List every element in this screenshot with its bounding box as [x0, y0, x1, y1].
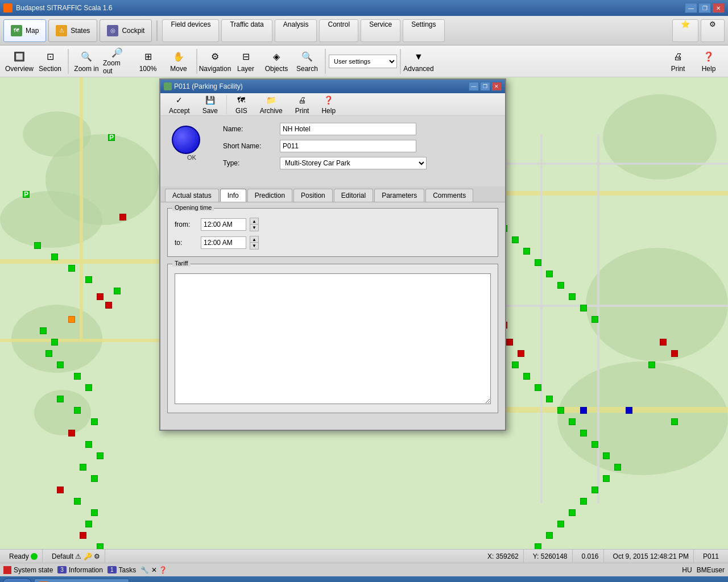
map-area[interactable]: P P	[0, 77, 728, 549]
marker-r21[interactable]	[592, 487, 598, 493]
marker-red-2[interactable]	[97, 293, 104, 300]
dialog-close-button[interactable]: ✕	[491, 82, 502, 91]
accept-button[interactable]: ✓ Accept	[165, 93, 194, 117]
tool-overview[interactable]: 🔲 Overview	[5, 48, 34, 75]
to-time-input[interactable]	[201, 236, 246, 249]
taskbar-app-button[interactable]: Budapest SITRAFFIC ...	[34, 579, 129, 582]
marker-1[interactable]: P	[108, 134, 115, 141]
tool-help[interactable]: ❓ Help	[694, 48, 723, 75]
marker-14[interactable]	[57, 396, 64, 402]
menu-settings[interactable]: Settings	[403, 19, 444, 42]
tool-zoom-in[interactable]: 🔍 Zoom in	[72, 48, 101, 75]
menu-field-devices[interactable]: Field devices	[162, 19, 219, 42]
to-spinner-up[interactable]: ▲	[250, 236, 258, 243]
marker-r26[interactable]	[535, 543, 541, 549]
tool-print[interactable]: 🖨 Print	[663, 48, 693, 75]
menu-cockpit[interactable]: ◎ Cockpit	[100, 19, 152, 42]
menu-help-star[interactable]: ⭐	[672, 19, 698, 42]
dialog-print-button[interactable]: 🖨 Print	[291, 93, 313, 117]
gis-button[interactable]: 🗺 GIS	[231, 93, 251, 117]
to-spinner-down[interactable]: ▼	[250, 243, 258, 249]
tab-position[interactable]: Position	[293, 189, 333, 202]
dialog-help-button[interactable]: ❓ Help	[317, 93, 340, 117]
marker-r18[interactable]	[603, 452, 610, 459]
marker-r25[interactable]	[546, 532, 553, 539]
save-button[interactable]: 💾 Save	[198, 93, 222, 117]
marker-r23[interactable]	[569, 509, 576, 516]
marker-13[interactable]	[85, 384, 92, 391]
marker-r9[interactable]	[592, 316, 598, 323]
marker-22[interactable]	[91, 509, 98, 516]
tool-move[interactable]: ✋ Move	[164, 48, 193, 75]
marker-15[interactable]	[74, 407, 81, 414]
marker-r8[interactable]	[580, 305, 587, 311]
marker-3[interactable]	[34, 242, 41, 249]
tab-info[interactable]: Info	[220, 189, 246, 202]
marker-r-red-4[interactable]	[660, 339, 667, 346]
marker-r7[interactable]	[569, 293, 576, 300]
tab-parameters[interactable]: Parameters	[374, 189, 424, 202]
restore-button[interactable]: ❐	[698, 3, 711, 13]
marker-r5[interactable]	[546, 271, 553, 277]
menu-service[interactable]: Service	[361, 19, 400, 42]
marker-6[interactable]	[85, 276, 92, 283]
marker-r19[interactable]	[614, 464, 621, 471]
menu-map[interactable]: 🗺 Map	[3, 19, 46, 42]
marker-r-red-3[interactable]	[518, 350, 524, 357]
menu-traffic-data[interactable]: Traffic data	[221, 19, 272, 42]
minimize-button[interactable]: —	[685, 3, 697, 13]
marker-5[interactable]	[68, 265, 75, 272]
tool-navigation[interactable]: ⚙ Navigation	[200, 48, 230, 75]
marker-2[interactable]: P	[23, 191, 30, 198]
close-button[interactable]: ✕	[712, 3, 725, 13]
tool-zoom-100[interactable]: ⊞ 100%	[133, 48, 163, 75]
marker-blue-2[interactable]	[626, 407, 632, 414]
dialog-restore-button[interactable]: ❐	[480, 82, 490, 91]
tool-layer[interactable]: ⊟ Layer	[231, 48, 260, 75]
marker-10[interactable]	[46, 350, 52, 357]
user-settings-select[interactable]: User settings	[329, 55, 397, 68]
marker-r14[interactable]	[557, 407, 564, 414]
marker-r29[interactable]	[671, 418, 678, 425]
marker-r12[interactable]	[535, 384, 541, 391]
marker-r2[interactable]	[512, 236, 519, 243]
marker-9[interactable]	[51, 339, 58, 346]
menu-states[interactable]: ⚠ States	[48, 19, 97, 42]
marker-18[interactable]	[97, 452, 104, 459]
marker-r15[interactable]	[569, 418, 576, 425]
marker-r11[interactable]	[523, 373, 530, 380]
marker-r13[interactable]	[546, 396, 553, 402]
marker-red-6[interactable]	[80, 532, 86, 539]
marker-red-1[interactable]	[119, 214, 126, 221]
marker-19[interactable]	[80, 464, 86, 471]
marker-r28[interactable]	[648, 361, 655, 368]
tab-actual-status[interactable]: Actual status	[165, 189, 219, 202]
dialog-minimize-button[interactable]: —	[469, 82, 479, 91]
marker-blue-1[interactable]	[580, 407, 587, 414]
from-spinner-down[interactable]: ▼	[250, 225, 258, 231]
short-name-input[interactable]	[280, 140, 416, 152]
menu-analysis[interactable]: Analysis	[275, 19, 317, 42]
from-time-spinner[interactable]: ▲ ▼	[250, 218, 259, 231]
marker-red-4[interactable]	[68, 430, 75, 436]
marker-17[interactable]	[85, 441, 92, 448]
marker-r20[interactable]	[603, 475, 610, 482]
marker-r16[interactable]	[580, 430, 587, 436]
start-button[interactable]: ⊞	[2, 578, 32, 582]
tool-search[interactable]: 🔍 Search	[292, 48, 322, 75]
marker-12[interactable]	[74, 373, 81, 380]
from-spinner-up[interactable]: ▲	[250, 218, 258, 225]
marker-r-red-5[interactable]	[671, 350, 678, 357]
type-select[interactable]: Multi-Storey Car Park Open Car Park Unde…	[280, 157, 427, 169]
marker-r17[interactable]	[592, 441, 598, 448]
marker-23[interactable]	[85, 521, 92, 527]
tool-section[interactable]: ⊡ Section	[35, 48, 65, 75]
marker-7[interactable]	[114, 288, 121, 294]
marker-r3[interactable]	[523, 248, 530, 255]
marker-red-3[interactable]	[105, 302, 112, 309]
marker-11[interactable]	[57, 361, 64, 368]
tariff-textarea[interactable]	[175, 273, 491, 404]
marker-8[interactable]	[40, 327, 47, 334]
marker-20[interactable]	[91, 475, 98, 482]
marker-r-red-2[interactable]	[506, 339, 513, 346]
